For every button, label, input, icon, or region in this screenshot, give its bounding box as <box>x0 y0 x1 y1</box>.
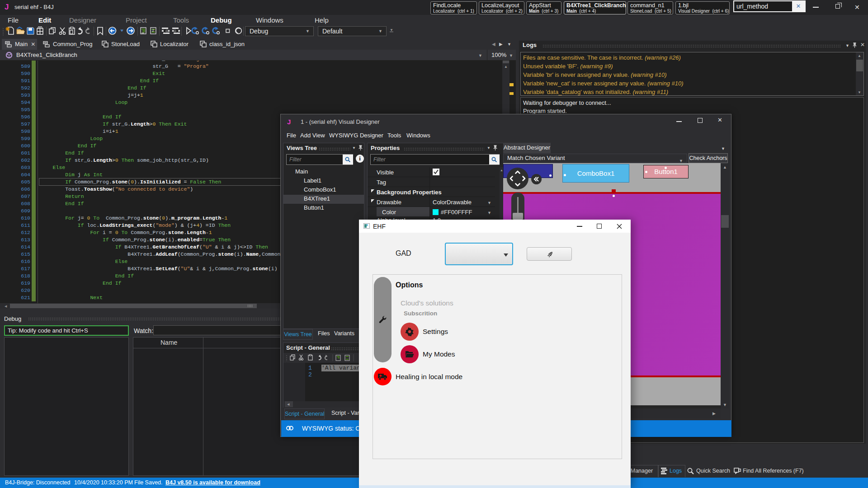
svg-text:2: 2 <box>152 28 154 33</box>
